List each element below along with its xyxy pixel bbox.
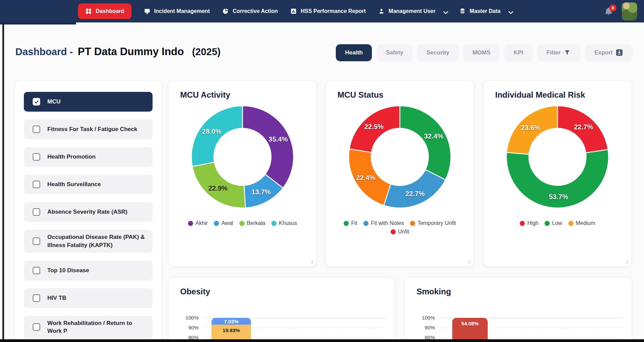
legend-item-medium[interactable]: Medium [568, 220, 595, 226]
bar-value-label: 7.03% [224, 319, 239, 324]
legend-item-unfit[interactable]: Unfit [391, 229, 409, 235]
sidebar-item-label: Absence Severity Rate (ASR) [47, 208, 132, 216]
sidebar-item-absence-severity-rate-asr[interactable]: Absence Severity Rate (ASR) [24, 202, 153, 222]
y-axis-tick-label: 90% [177, 325, 199, 330]
legend-item-fit[interactable]: Fit [344, 220, 357, 226]
grid-icon [85, 8, 92, 15]
checkbox[interactable] [33, 98, 40, 105]
sidebar-item-label: Occupational Disease Rate (PAK) & Illnes… [47, 233, 153, 249]
bar-value-label: 54.08% [461, 321, 479, 326]
checkbox[interactable] [33, 238, 40, 245]
individual-medical-risk-donut-chart: 22.7%53.7%23.6% [503, 102, 612, 211]
individual-medical-risk-legend: High Low Medium [489, 220, 626, 226]
sidebar-item-health-promotion[interactable]: Health Promotion [24, 147, 153, 167]
card-resize-handle[interactable] [624, 259, 629, 264]
nav-item-hss-performance-report[interactable]: HSS Performance Report [290, 8, 366, 15]
page-title-company: PT Data Dummy Indo [78, 46, 184, 58]
sidebar-item-label: Health Promotion [47, 153, 100, 161]
sidebar-item-mcu[interactable]: MCU [24, 92, 153, 112]
notifications-button[interactable]: 0 [604, 7, 613, 16]
sidebar-item-fitness-for-task-fatigue-check[interactable]: Fitness For Task / Fatigue Check [24, 119, 153, 139]
checkbox[interactable] [33, 126, 40, 133]
tab-moms[interactable]: MOMS [463, 44, 500, 61]
header-tab-bar: HealthSafetySecurityMOMSKPIFilter Export [336, 44, 632, 61]
button-label: Export [594, 49, 613, 56]
filter-button[interactable]: Filter [537, 44, 581, 61]
card-title: MCU Status [337, 90, 474, 100]
donut-slice-value-label: 32.4% [424, 132, 443, 140]
sidebar-item-label: Health Surveillance [47, 180, 106, 189]
pie-icon [222, 8, 229, 15]
sidebar-item-label: Top 10 Disease [47, 266, 94, 275]
monitor-icon [144, 8, 151, 15]
page-title-prefix: Dashboard - [15, 46, 73, 58]
donut-slice-akhir [242, 106, 294, 188]
nav-item-management-user[interactable]: Management User [378, 8, 447, 15]
nav-item-label: Master Data [470, 8, 501, 14]
sidebar-item-occupational-disease-rate-pak-illness-fatality-kaptk[interactable]: Occupational Disease Rate (PAK) & Illnes… [24, 230, 153, 253]
card-title: Obesity [180, 287, 395, 296]
legend-label: Low [552, 220, 562, 226]
tab-label: Security [426, 49, 449, 56]
legend-item-awal[interactable]: Awal [214, 220, 233, 226]
card-individual-medical-risk: Individual Medical Risk 22.7%53.7%23.6% … [483, 80, 632, 267]
tab-kpi[interactable]: KPI [504, 44, 532, 61]
legend-label: Temporary Unfit [418, 220, 456, 226]
sidebar-item-top-10-disease[interactable]: Top 10 Disease [24, 261, 153, 280]
legend-label: Awal [221, 220, 233, 226]
donut-slice-value-label: 22.7% [405, 190, 425, 197]
nav-item-label: Management User [389, 8, 436, 14]
tab-health[interactable]: Health [336, 44, 372, 61]
sidebar-item-hiv-tb[interactable]: HIV TB [24, 288, 153, 308]
checkbox[interactable] [33, 153, 40, 161]
legend-color-dot [188, 221, 193, 226]
card-resize-handle[interactable] [309, 259, 314, 264]
navbar-right: 0 [604, 2, 644, 20]
bottom-edge-bar [0, 339, 644, 342]
checkbox[interactable] [33, 294, 40, 302]
card-resize-handle[interactable] [466, 259, 471, 264]
page-title-year: (2025) [192, 46, 221, 58]
export-button[interactable]: Export [585, 44, 632, 61]
bar-segment-obesity-0: 7.03% [211, 318, 251, 325]
sidebar-item-label: MCU [47, 98, 65, 106]
tab-safety[interactable]: Safety [377, 44, 412, 61]
legend-label: Khusus [279, 220, 297, 226]
nav-item-dashboard[interactable]: Dashboard [78, 3, 131, 19]
checkbox[interactable] [33, 181, 40, 188]
chevron-down-icon [442, 9, 447, 14]
legend-item-low[interactable]: Low [545, 220, 562, 226]
legend-item-high[interactable]: High [520, 220, 538, 226]
donut-slice-value-label: 22.4% [356, 174, 376, 181]
checkbox[interactable] [33, 208, 40, 216]
page-title: Dashboard - PT Data Dummy Indo (2025) [15, 46, 221, 58]
chevron-down-icon [507, 9, 512, 14]
donut-slice-value-label: 22.5% [364, 123, 384, 130]
funnel-icon [564, 49, 571, 56]
bar-chart-icon [290, 8, 297, 15]
sidebar-item-health-surveillance[interactable]: Health Surveillance [24, 175, 153, 194]
nav-item-label: Dashboard [96, 8, 124, 14]
legend-color-dot [391, 229, 396, 234]
nav-item-master-data[interactable]: Master Data [459, 8, 512, 15]
sidebar-item-label: Work Rehabilitation / Return to Work P [47, 319, 153, 336]
nav-item-corrective-action[interactable]: Corrective Action [222, 8, 278, 15]
card-smoking: Smoking 100%90%80%54.08% [405, 277, 632, 342]
avatar[interactable] [622, 2, 637, 20]
nav-item-incident-management[interactable]: Incident Management [144, 8, 210, 15]
legend-item-berkala[interactable]: Berkala [239, 220, 265, 226]
sidebar-item-work-rehabilitation-return-to-work-p[interactable]: Work Rehabilitation / Return to Work P [24, 316, 153, 339]
legend-item-khusus[interactable]: Khusus [271, 220, 297, 226]
checkbox[interactable] [33, 267, 40, 274]
legend-item-akhir[interactable]: Akhir [188, 220, 208, 226]
legend-item-fit-with-notes[interactable]: Fit with Notes [363, 220, 404, 226]
legend-label: Unfit [398, 229, 409, 235]
tab-security[interactable]: Security [417, 44, 458, 61]
legend-color-dot [271, 221, 277, 226]
legend-color-dot [545, 221, 550, 226]
checkbox[interactable] [33, 323, 40, 331]
legend-item-temporary-unfit[interactable]: Temporary Unfit [410, 220, 456, 226]
donut-slice-khusus [191, 106, 242, 166]
sidebar-item-label: Fitness For Task / Fatigue Check [47, 125, 142, 133]
bar-value-label: 19.83% [223, 327, 240, 333]
